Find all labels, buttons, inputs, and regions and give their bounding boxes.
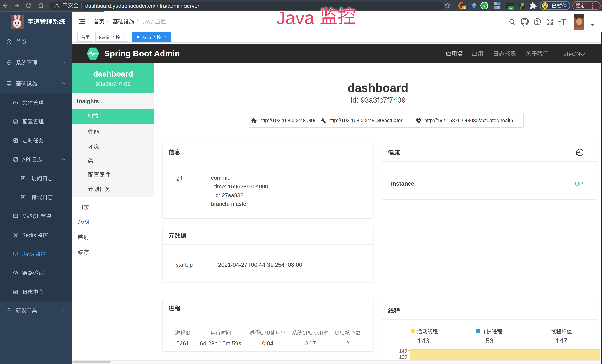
svg-text:y: y <box>483 3 485 8</box>
svg-text:1: 1 <box>463 6 465 9</box>
svg-text:on: on <box>509 7 512 10</box>
